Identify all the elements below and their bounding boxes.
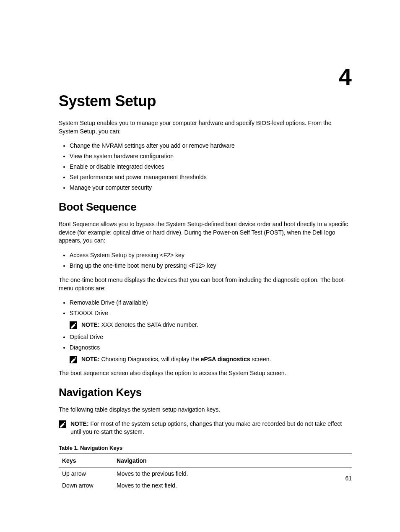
intro-paragraph: System Setup enables you to manage your … [59, 119, 352, 136]
note-label: NOTE: [81, 356, 100, 362]
note-container: NOTE: XXX denotes the SATA drive number. [59, 321, 352, 329]
note-text: NOTE: XXX denotes the SATA drive number. [81, 321, 352, 329]
table-cell-nav: Moves to the next field. [113, 480, 352, 491]
page-content: 4 System Setup System Setup enables you … [0, 0, 400, 516]
navigation-keys-heading: Navigation Keys [59, 386, 352, 399]
boot-bullet-list-1: Access System Setup by pressing <F2> key… [70, 251, 352, 270]
note-label: NOTE: [70, 420, 89, 427]
table-cell-key: Up arrow [59, 467, 113, 480]
note-icon [70, 321, 77, 329]
table-cell-nav: Moves to the previous field. [113, 467, 352, 480]
boot-paragraph-1: Boot Sequence allows you to bypass the S… [59, 220, 352, 245]
note-body-b: screen. [250, 356, 271, 362]
table-row: Down arrow Moves to the next field. [59, 480, 352, 491]
boot-bullet-list-2: Removable Drive (if available) STXXXX Dr… [70, 298, 352, 363]
list-item: Diagnostics [70, 343, 352, 352]
table-header-navigation: Navigation [113, 454, 352, 467]
table-cell-key: Down arrow [59, 480, 113, 491]
note-icon [70, 356, 77, 363]
list-item: Change the NVRAM settings after you add … [70, 141, 352, 150]
note-body: XXX denotes the SATA drive number. [100, 321, 198, 328]
note-label: NOTE: [81, 321, 100, 328]
note-text: NOTE: For most of the system setup optio… [70, 420, 352, 436]
boot-sequence-heading: Boot Sequence [59, 201, 352, 214]
note-body: For most of the system setup options, ch… [70, 420, 342, 436]
table-caption: Table 1. Navigation Keys [59, 445, 352, 451]
table-row: Up arrow Moves to the previous field. [59, 467, 352, 480]
note-block: NOTE: For most of the system setup optio… [59, 420, 352, 436]
list-item: Set performance and power management thr… [70, 173, 352, 182]
page-number: 61 [345, 475, 352, 482]
list-item: Removable Drive (if available) [70, 298, 352, 307]
list-item: Optical Drive [70, 333, 352, 342]
list-item: View the system hardware configuration [70, 152, 352, 161]
note-bold: ePSA diagnostics [201, 356, 250, 362]
page-title: System Setup [59, 92, 352, 110]
navigation-keys-table: Keys Navigation Up arrow Moves to the pr… [59, 454, 352, 491]
note-icon [59, 420, 66, 428]
table-header-keys: Keys [59, 454, 113, 467]
note-block: NOTE: Choosing Diagnostics, will display… [70, 355, 352, 364]
note-text: NOTE: Choosing Diagnostics, will display… [81, 355, 352, 364]
table-header-row: Keys Navigation [59, 454, 352, 467]
nav-paragraph-1: The following table displays the system … [59, 406, 352, 414]
boot-paragraph-2: The one-time boot menu displays the devi… [59, 276, 352, 292]
list-item: Access System Setup by pressing <F2> key [70, 251, 352, 260]
intro-bullet-list: Change the NVRAM settings after you add … [70, 141, 352, 192]
list-item: Enable or disable integrated devices [70, 162, 352, 171]
list-item: Manage your computer security [70, 183, 352, 192]
note-body-a: Choosing Diagnostics, will display the [100, 356, 201, 362]
list-item: Bring up the one-time boot menu by press… [70, 261, 352, 270]
note-container: NOTE: Choosing Diagnostics, will display… [59, 355, 352, 364]
boot-paragraph-3: The boot sequence screen also displays t… [59, 369, 352, 378]
list-item: STXXXX Drive [70, 309, 352, 318]
chapter-number: 4 [339, 63, 352, 90]
note-block: NOTE: XXX denotes the SATA drive number. [70, 321, 352, 329]
